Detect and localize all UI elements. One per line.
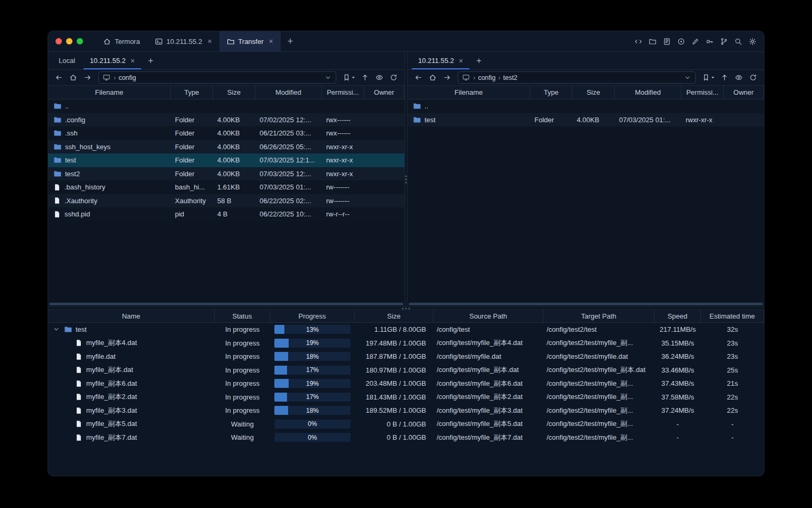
transfer-row-myfile-7.dat[interactable]: myfile_副本7.datWaiting0%0 B / 1.00GB/conf… — [48, 431, 764, 444]
column-header-size[interactable]: Size — [355, 310, 433, 322]
branch-icon[interactable] — [720, 38, 728, 46]
column-header-modified[interactable]: Modified — [615, 86, 681, 99]
forward-button[interactable] — [81, 72, 94, 84]
path-bar[interactable]: ›config — [98, 71, 336, 84]
home-button[interactable] — [67, 72, 80, 84]
transfer-row-myfile-.dat[interactable]: myfile_副本.datIn progress17%180.97MB / 1.… — [48, 364, 764, 377]
refresh-button[interactable] — [746, 72, 760, 84]
new-window-tab-button[interactable]: + — [281, 31, 300, 51]
pane-tab-10.211.55.2[interactable]: 10.211.55.2× — [411, 52, 470, 69]
column-header-size[interactable]: Size — [573, 86, 615, 99]
transfer-row-myfile-4.dat[interactable]: myfile_副本4.datIn progress19%197.48MB / 1… — [48, 337, 764, 350]
transfer-speed: 35.15MB/s — [654, 339, 701, 347]
file-row-.bash-history[interactable]: .bash_historybash_hi...1.61KB07/03/2025 … — [48, 180, 404, 194]
transfer-status: In progress — [215, 393, 270, 401]
column-header-source-path[interactable]: Source Path — [433, 310, 543, 322]
column-header-estimated-time[interactable]: Estimated time — [701, 310, 764, 322]
upload-button[interactable] — [718, 72, 731, 84]
pane-new-tab-button[interactable]: + — [470, 52, 487, 69]
transfer-row-myfile-6.dat[interactable]: myfile_副本6.datIn progress19%203.48MB / 1… — [48, 377, 764, 391]
search-icon[interactable] — [734, 38, 742, 46]
titlebar-tab-transfer[interactable]: Transfer× — [219, 31, 281, 51]
column-header-owner[interactable]: Owner — [724, 86, 764, 99]
file-row-..[interactable]: .. — [408, 99, 764, 113]
code-icon[interactable] — [634, 38, 642, 46]
breadcrumb-segment[interactable]: config — [118, 74, 136, 81]
breadcrumb-segment[interactable]: config — [478, 74, 495, 81]
zoom-button[interactable] — [77, 38, 83, 44]
column-header-owner[interactable]: Owner — [364, 86, 404, 99]
minimize-button[interactable] — [66, 38, 72, 44]
column-header-name[interactable]: Name — [48, 310, 215, 322]
titlebar-tab-10.211.55.2[interactable]: 10.211.55.2× — [147, 31, 219, 51]
pencil-icon[interactable] — [691, 38, 699, 46]
back-button[interactable] — [412, 72, 425, 84]
column-header-type[interactable]: Type — [171, 86, 213, 99]
file-row-ssh-host-keys[interactable]: ssh_host_keysFolder4.00KB06/26/2025 05:.… — [48, 140, 404, 154]
column-header-target-path[interactable]: Target Path — [543, 310, 654, 322]
chevron-expand-icon[interactable] — [52, 325, 60, 333]
key-icon[interactable] — [706, 38, 714, 46]
transfer-status: In progress — [215, 352, 270, 360]
transfer-splitter[interactable] — [48, 306, 764, 310]
column-header-modified[interactable]: Modified — [255, 86, 322, 99]
chevron-down-icon[interactable] — [324, 74, 332, 81]
close-icon[interactable]: × — [459, 57, 463, 65]
breadcrumb-segment[interactable]: test2 — [503, 74, 518, 81]
file-row-.ssh[interactable]: .sshFolder4.00KB06/21/2025 03:...rwx----… — [48, 126, 404, 140]
close-button[interactable] — [56, 38, 62, 44]
record-icon[interactable] — [677, 38, 685, 46]
column-header-size[interactable]: Size — [213, 86, 255, 99]
file-name: ssh_host_keys — [65, 143, 110, 151]
pane-tab-local[interactable]: Local — [51, 52, 82, 69]
column-header-filename[interactable]: Filename — [48, 86, 171, 99]
close-icon[interactable]: × — [269, 38, 273, 45]
titlebar-tab-termora[interactable]: Termora — [96, 31, 147, 51]
transfer-row-test[interactable]: testIn progress13%1.11GB / 8.00GB/config… — [48, 323, 764, 337]
column-header-label: Permissi... — [686, 88, 718, 96]
column-header-type[interactable]: Type — [530, 86, 573, 99]
transfer-row-myfile-3.dat[interactable]: myfile_副本3.datIn progress18%189.52MB / 1… — [48, 404, 764, 418]
file-row-test2[interactable]: test2Folder4.00KB07/03/2025 12:...rwxr-x… — [48, 167, 404, 181]
pane-new-tab-button[interactable]: + — [142, 52, 159, 69]
file-row-..[interactable]: .. — [48, 99, 404, 113]
file-row-.xauthority[interactable]: .XauthorityXauthority58 B06/22/2025 02:.… — [48, 194, 404, 208]
column-header-speed[interactable]: Speed — [654, 310, 701, 322]
upload-button[interactable] — [358, 72, 372, 84]
column-header-permissi...[interactable]: Permissi... — [681, 86, 724, 99]
folder-glyph-icon — [53, 129, 61, 137]
column-header-status[interactable]: Status — [215, 310, 270, 322]
folder-icon[interactable] — [649, 38, 657, 46]
pane-tab-label: 10.211.55.2 — [90, 57, 126, 65]
refresh-button[interactable] — [387, 72, 400, 84]
bookmark-button[interactable] — [340, 72, 357, 84]
horizontal-scrollbar[interactable] — [49, 303, 403, 305]
column-header-filename[interactable]: Filename — [408, 86, 530, 99]
transfer-row-myfile-5.dat[interactable]: myfile_副本5.datWaiting0%0 B / 1.00GB/conf… — [48, 418, 764, 431]
show-hidden-button[interactable] — [373, 72, 386, 84]
journal-icon[interactable] — [663, 38, 671, 46]
file-row-.config[interactable]: .configFolder4.00KB07/02/2025 12:...rwx-… — [48, 113, 404, 127]
pane-tab-10.211.55.2[interactable]: 10.211.55.2× — [82, 52, 142, 69]
back-button[interactable] — [52, 72, 66, 84]
file-permissions: rwxr-xr-x — [322, 156, 364, 164]
close-icon[interactable]: × — [207, 38, 211, 45]
path-bar[interactable]: ›config›test2 — [458, 71, 696, 84]
home-button[interactable] — [426, 72, 439, 84]
close-icon[interactable]: × — [131, 57, 135, 65]
settings-icon[interactable] — [749, 38, 756, 46]
show-hidden-button[interactable] — [732, 72, 745, 84]
transfer-source-path: /config/test/myfile_副本2.dat — [433, 392, 543, 402]
arrow-up-icon — [721, 74, 728, 81]
file-row-test[interactable]: testFolder4.00KB07/03/2025 12:1...rwxr-x… — [48, 153, 404, 167]
transfer-row-myfile.dat[interactable]: myfile.datIn progress18%187.87MB / 1.00G… — [48, 350, 764, 364]
column-header-permissi...[interactable]: Permissi... — [322, 86, 364, 99]
horizontal-scrollbar[interactable] — [409, 303, 763, 305]
chevron-down-icon[interactable] — [684, 74, 691, 81]
file-row-test[interactable]: testFolder4.00KB07/03/2025 01:...rwxr-xr… — [408, 113, 764, 127]
forward-button[interactable] — [440, 72, 454, 84]
transfer-row-myfile-2.dat[interactable]: myfile_副本2.datIn progress17%181.43MB / 1… — [48, 391, 764, 404]
bookmark-button[interactable] — [700, 72, 717, 84]
file-row-sshd.pid[interactable]: sshd.pidpid4 B06/22/2025 10:...rw-r--r-- — [48, 207, 404, 221]
column-header-progress[interactable]: Progress — [270, 310, 355, 322]
